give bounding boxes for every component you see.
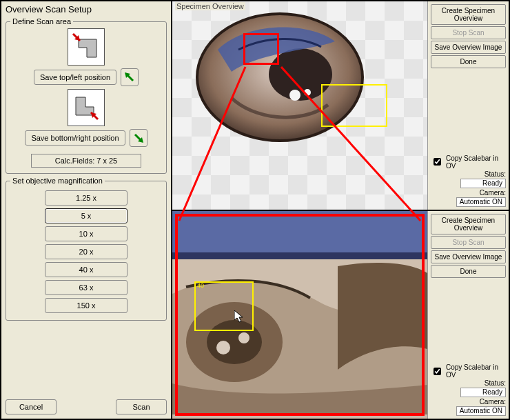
camera-value-2: Automatic ON <box>456 406 506 416</box>
copy-scalebar-label: Copy Scalebar in OV <box>446 154 506 170</box>
svg-point-14 <box>289 90 300 101</box>
bottom-right-icon <box>68 89 105 126</box>
stop-scan-button[interactable]: Stop Scan <box>431 26 506 39</box>
create-overview-button-2[interactable]: Create Specimen Overview <box>431 214 506 234</box>
magnification-button[interactable]: 150 x <box>45 298 127 313</box>
panel-title: Overview Scan Setup <box>4 3 168 16</box>
svg-point-22 <box>238 332 249 343</box>
overview-viewer[interactable] <box>172 1 427 210</box>
save-overview-image-button[interactable]: Save Overview Image <box>431 41 506 54</box>
copy-scalebar-label-2: Copy Scalebar in OV <box>446 363 506 379</box>
calc-fields-display: Calc.Fields: 7 x 25 <box>31 154 141 168</box>
done-button[interactable]: Done <box>431 55 506 68</box>
status-label-2: Status: <box>484 379 506 387</box>
magnification-button[interactable]: 10 x <box>45 226 127 241</box>
done-button-2[interactable]: Done <box>431 265 506 278</box>
overview-roi-yellow[interactable] <box>321 84 387 127</box>
svg-point-15 <box>304 89 311 96</box>
copy-scalebar-checkbox-2[interactable] <box>434 368 441 375</box>
camera-value: Automatic ON <box>456 197 506 207</box>
specimen-title: Specimen Overview <box>175 2 245 10</box>
svg-rect-17 <box>172 252 427 259</box>
magnification-button[interactable]: 5 x <box>45 208 127 223</box>
magnification-legend: Set objective magnification <box>10 177 105 185</box>
status-label: Status: <box>484 170 506 178</box>
go-bottom-right-button[interactable] <box>130 129 147 147</box>
save-overview-image-button-2[interactable]: Save Overview Image <box>431 250 506 263</box>
top-left-icon <box>68 28 105 66</box>
go-top-left-button[interactable] <box>121 68 139 86</box>
magnification-group: Set objective magnification 1.25 x5 x10 … <box>6 177 167 321</box>
define-scan-area-legend: Define Scan area <box>10 17 73 26</box>
detail-viewer[interactable]: 40 <box>172 211 427 419</box>
copy-scalebar-checkbox[interactable] <box>434 158 441 166</box>
specimen-area: Specimen Overview <box>172 1 509 419</box>
define-scan-area-group: Define Scan area Save top/left position <box>6 17 167 174</box>
svg-marker-0 <box>79 39 96 57</box>
status-value-2: Ready <box>460 388 506 397</box>
camera-label-2: Camera: <box>480 398 506 406</box>
status-value: Ready <box>460 179 506 188</box>
save-bottom-right-button[interactable]: Save bottom/right position <box>25 130 125 146</box>
magnification-button[interactable]: 63 x <box>45 280 127 295</box>
overview-scan-setup-panel: Overview Scan Setup Define Scan area Sav… <box>1 1 172 419</box>
save-top-left-button[interactable]: Save top/left position <box>34 70 116 85</box>
svg-point-21 <box>216 341 230 354</box>
detail-roi-label: 40 <box>197 282 204 289</box>
cursor-icon <box>234 310 245 324</box>
stop-scan-button-2[interactable]: Stop Scan <box>431 236 506 249</box>
magnification-button[interactable]: 1.25 x <box>45 190 127 206</box>
magnification-button[interactable]: 20 x <box>45 244 127 259</box>
overview-side-controls: Create Specimen Overview Stop Scan Save … <box>427 1 509 210</box>
svg-rect-16 <box>172 211 427 255</box>
create-overview-button[interactable]: Create Specimen Overview <box>431 4 506 25</box>
svg-marker-23 <box>234 310 243 322</box>
cancel-button[interactable]: Cancel <box>6 399 57 414</box>
magnification-button[interactable]: 40 x <box>45 262 127 277</box>
camera-label: Camera: <box>480 189 506 197</box>
detail-side-controls: Create Specimen Overview Stop Scan Save … <box>427 211 509 419</box>
scan-button[interactable]: Scan <box>116 399 167 414</box>
overview-roi-red[interactable] <box>243 33 279 65</box>
